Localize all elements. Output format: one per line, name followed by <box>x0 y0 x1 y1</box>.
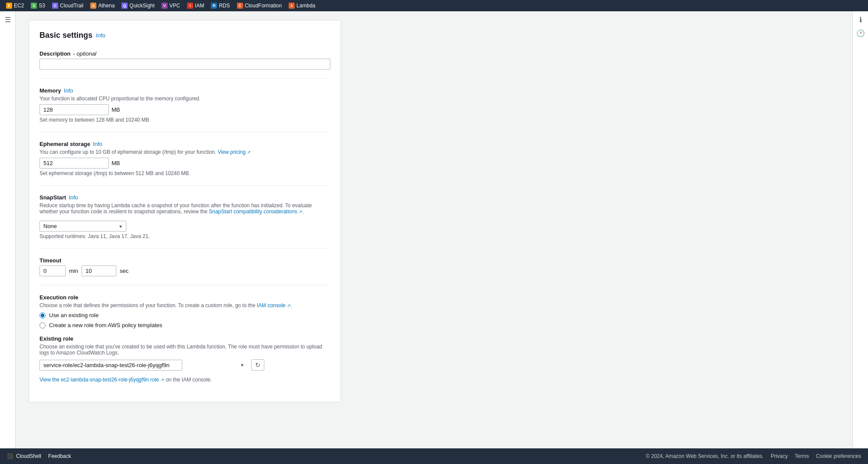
ephemeral-info-link[interactable]: Info <box>93 141 102 147</box>
nav-label-athena: Athena <box>98 3 115 9</box>
quicksight-icon: Q <box>122 3 128 9</box>
description-section: Description - optional <box>39 50 330 70</box>
timeout-min-input[interactable] <box>39 265 66 276</box>
snapstart-select[interactable]: None PublishedVersions <box>39 221 126 232</box>
content-area: Basic settings Info Description - option… <box>16 11 852 448</box>
nav-item-s3[interactable]: S S3 <box>28 2 48 10</box>
main-layout: ☰ Basic settings Info Description - opti… <box>0 11 868 448</box>
cloudformation-icon: C <box>237 3 243 9</box>
memory-input[interactable] <box>39 104 109 115</box>
role-select-wrapper: service-role/ec2-lambda-snap-test26-role… <box>39 360 248 371</box>
ephemeral-input[interactable] <box>39 158 109 169</box>
nav-item-cloudtrail[interactable]: C CloudTrail <box>49 2 86 10</box>
role-select[interactable]: service-role/ec2-lambda-snap-test26-role… <box>39 360 182 371</box>
divider-5 <box>39 285 330 285</box>
snapstart-info-link[interactable]: Info <box>69 194 78 201</box>
refresh-role-button[interactable]: ↻ <box>251 359 264 371</box>
lambda-icon: λ <box>289 3 295 9</box>
snapstart-section: SnapStart Info Reduce startup time by ha… <box>39 194 330 239</box>
divider-1 <box>39 78 330 79</box>
iam-console-link[interactable]: IAM console <box>257 302 286 308</box>
info-circle-icon[interactable]: ℹ <box>859 16 862 24</box>
nav-item-lambda[interactable]: λ Lambda <box>286 2 318 10</box>
divider-4 <box>39 248 330 249</box>
role-select-row: service-role/ec2-lambda-snap-test26-role… <box>39 359 330 371</box>
cloudtrail-icon: C <box>52 3 58 9</box>
nav-label-cloudformation: CloudFormation <box>245 3 282 9</box>
existing-role-section: Existing role Choose an existing role th… <box>39 335 330 383</box>
snapstart-select-wrapper: None PublishedVersions ▼ <box>39 221 126 232</box>
page-title-section: Basic settings Info <box>39 31 330 40</box>
radio-use-existing[interactable]: Use an existing role <box>39 312 330 318</box>
nav-label-rds: RDS <box>219 3 230 9</box>
view-role-link[interactable]: View the ec2-lambda-snap-test26-role-j6y… <box>39 377 164 383</box>
existing-role-hint: Choose an existing role that you've crea… <box>39 344 330 356</box>
description-input[interactable] <box>39 59 330 70</box>
divider-3 <box>39 185 330 186</box>
vpc-icon: V <box>161 3 168 9</box>
radio-use-existing-label: Use an existing role <box>49 312 99 318</box>
privacy-link[interactable]: Privacy <box>771 453 788 459</box>
timeout-label: Timeout <box>39 257 330 264</box>
memory-info-link[interactable]: Info <box>64 87 73 94</box>
memory-unit: MB <box>112 106 120 113</box>
execution-role-radio-group: Use an existing role Create a new role f… <box>39 312 330 328</box>
snapstart-compat-link[interactable]: SnapStart compatibility considerations <box>209 209 297 215</box>
right-sidebar: ℹ 🕐 <box>852 11 868 448</box>
terminal-icon: ⬛ <box>7 453 13 459</box>
radio-create-new[interactable]: Create a new role from AWS policy templa… <box>39 322 330 328</box>
feedback-button[interactable]: Feedback <box>48 453 71 459</box>
page-title: Basic settings <box>39 31 92 40</box>
view-role-link-label: View the ec2-lambda-snap-test26-role-j6y… <box>39 377 159 383</box>
nav-label-s3: S3 <box>39 3 45 9</box>
snapstart-description: Reduce startup time by having Lambda cac… <box>39 202 330 215</box>
clock-icon[interactable]: 🕐 <box>856 29 865 37</box>
execution-role-section: Execution role Choose a role that define… <box>39 294 330 383</box>
basic-settings-card: Basic settings Info Description - option… <box>29 20 341 402</box>
ephemeral-hint: You can configure up to 10 GB of ephemer… <box>39 149 330 155</box>
external-link-icon: ↗ <box>247 150 250 155</box>
nav-item-rds[interactable]: R RDS <box>208 2 232 10</box>
radio-use-existing-input[interactable] <box>39 312 46 318</box>
memory-label: Memory Info <box>39 87 330 94</box>
ephemeral-storage-section: Ephemeral storage Info You can configure… <box>39 141 330 176</box>
radio-create-new-input[interactable] <box>39 322 46 328</box>
rds-icon: R <box>211 3 217 9</box>
bottom-left: ⬛ CloudShell Feedback <box>7 453 71 459</box>
ephemeral-input-group: MB <box>39 158 330 169</box>
nav-item-athena[interactable]: A Athena <box>88 2 117 10</box>
athena-icon: A <box>90 3 96 9</box>
memory-hint: Your function is allocated CPU proportio… <box>39 96 330 102</box>
cookie-link[interactable]: Cookie preferences <box>816 453 861 459</box>
ephemeral-range-hint: Set ephemeral storage (/tmp) to between … <box>39 170 330 176</box>
nav-label-vpc: VPC <box>169 3 180 9</box>
nav-item-vpc[interactable]: V VPC <box>159 2 183 10</box>
cloudshell-button[interactable]: ⬛ CloudShell <box>7 453 41 459</box>
divider-2 <box>39 132 330 132</box>
timeout-min-unit: min <box>69 268 78 274</box>
nav-item-iam[interactable]: I IAM <box>184 2 207 10</box>
ec2-icon: E <box>6 3 12 9</box>
view-pricing-link[interactable]: View pricing <box>217 149 245 155</box>
hamburger-icon[interactable]: ☰ <box>5 16 11 24</box>
timeout-sec-input[interactable] <box>82 265 116 276</box>
nav-item-ec2[interactable]: E EC2 <box>3 2 26 10</box>
timeout-input-row: min sec <box>39 265 330 276</box>
page-title-info-link[interactable]: Info <box>96 32 105 39</box>
bottom-bar: ⬛ CloudShell Feedback © 2024, Amazon Web… <box>0 448 868 464</box>
nav-label-cloudtrail: CloudTrail <box>60 3 83 9</box>
existing-role-header: Existing role <box>39 335 330 342</box>
iam-console-link-icon: ↗ <box>287 303 290 308</box>
nav-label-lambda: Lambda <box>296 3 315 9</box>
snapstart-link-icon: ↗ <box>299 209 302 214</box>
nav-item-cloudformation[interactable]: C CloudFormation <box>234 2 284 10</box>
view-role-container: View the ec2-lambda-snap-test26-role-j6y… <box>39 374 330 383</box>
terms-link[interactable]: Terms <box>795 453 809 459</box>
nav-label-quicksight: QuickSight <box>129 3 155 9</box>
nav-item-quicksight[interactable]: Q QuickSight <box>119 2 157 10</box>
cloudshell-label: CloudShell <box>16 453 41 459</box>
ephemeral-label: Ephemeral storage Info <box>39 141 330 147</box>
view-role-link-suffix: on the IAM console. <box>166 377 212 383</box>
memory-input-group: MB <box>39 104 330 115</box>
memory-section: Memory Info Your function is allocated C… <box>39 87 330 123</box>
